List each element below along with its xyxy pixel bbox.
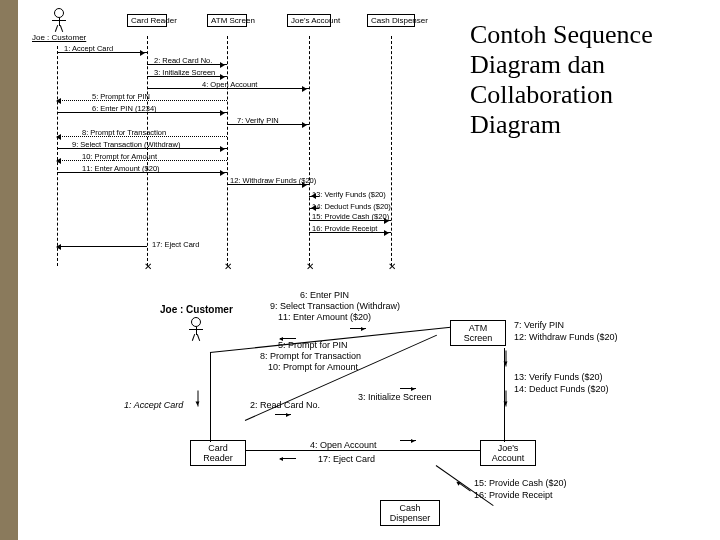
msg-2: 2: Read Card No. [154, 56, 212, 65]
lifeline-card-reader: Card Reader [127, 14, 167, 27]
edge-2: 2: Read Card No. [250, 400, 320, 410]
actor-label: Joe : Customer [32, 33, 86, 42]
accent-bar [0, 0, 18, 540]
msg-15: 15: Provide Cash ($20) [312, 212, 389, 221]
lifeline-cash-dispenser: Cash Dispenser [367, 14, 415, 27]
edge-1: 1: Accept Card [124, 400, 183, 410]
collab-cash-dispenser: Cash Dispenser [380, 500, 440, 526]
dir-arrow [350, 328, 366, 329]
collaboration-diagram: Joe : Customer ATM Screen Card Reader Jo… [100, 290, 640, 530]
dir-arrow [400, 388, 416, 389]
edge-6: 6: Enter PIN [300, 290, 349, 300]
edge-4: 4: Open Account [310, 440, 377, 450]
edge-10: 10: Prompt for Amount [268, 362, 358, 372]
msg-10: 10: Prompt for Amount [82, 152, 157, 161]
dir-arrow [280, 338, 296, 339]
link [246, 450, 481, 451]
sequence-diagram: Joe : Customer Card Reader ATM Screen Jo… [22, 6, 442, 276]
msg-16: 16: Provide Receipt [312, 224, 377, 233]
collab-card-reader: Card Reader [190, 440, 246, 466]
collab-atm-screen: ATM Screen [450, 320, 506, 346]
edge-16: 16: Provide Receipt [474, 490, 553, 500]
msg-13: 13: Verify Funds ($20) [312, 190, 386, 199]
dir-arrow [506, 391, 507, 407]
slide-title: Contoh Sequence Diagram dan Collaboratio… [470, 20, 690, 140]
edge-13: 13: Verify Funds ($20) [514, 372, 603, 382]
dir-arrow [457, 482, 471, 492]
edge-15: 15: Provide Cash ($20) [474, 478, 567, 488]
dir-arrow [280, 458, 296, 459]
msg-11: 11: Enter Amount ($20) [82, 164, 160, 173]
msg-8: 8: Prompt for Transaction [82, 128, 166, 137]
dir-arrow [198, 391, 199, 407]
edge-9: 9: Select Transaction (Withdraw) [270, 301, 400, 311]
link [210, 352, 211, 442]
msg-4: 4: Open Account [202, 80, 257, 89]
edge-12: 12: Withdraw Funds ($20) [514, 332, 618, 342]
msg-1: 1: Accept Card [64, 44, 113, 53]
msg-14: 14: Deduct Funds ($20) [312, 202, 391, 211]
dir-arrow [275, 414, 291, 415]
edge-7: 7: Verify PIN [514, 320, 564, 330]
msg-17: 17: Eject Card [152, 240, 200, 249]
edge-5: 5: Prompt for PIN [278, 340, 348, 350]
lifeline-actor-line [57, 46, 58, 266]
msg-arrow [57, 246, 147, 247]
msg-12: 12: Withdraw Funds ($20) [230, 176, 316, 185]
edge-17: 17: Eject Card [318, 454, 375, 464]
lifeline-line: ✕ [147, 36, 148, 266]
msg-3: 3: Initialize Screen [154, 68, 215, 77]
collab-actor: Joe : Customer [160, 304, 233, 340]
edge-3: 3: Initialize Screen [358, 392, 432, 402]
dir-arrow [506, 351, 507, 367]
lifeline-joes-account: Joe's Account [287, 14, 331, 27]
actor-customer: Joe : Customer [32, 8, 86, 42]
msg-6: 6: Enter PIN (1234) [92, 104, 157, 113]
msg-7: 7: Verify PIN [237, 116, 279, 125]
collab-actor-label: Joe : Customer [160, 304, 233, 315]
edge-11: 11: Enter Amount ($20) [278, 312, 371, 322]
edge-14: 14: Deduct Funds ($20) [514, 384, 609, 394]
edge-8: 8: Prompt for Transaction [260, 351, 361, 361]
msg-5: 5: Prompt for PIN [92, 92, 150, 101]
dir-arrow [400, 440, 416, 441]
msg-9: 9: Select Transaction (Withdraw) [72, 140, 180, 149]
lifeline-atm-screen: ATM Screen [207, 14, 247, 27]
collab-joes-account: Joe's Account [480, 440, 536, 466]
